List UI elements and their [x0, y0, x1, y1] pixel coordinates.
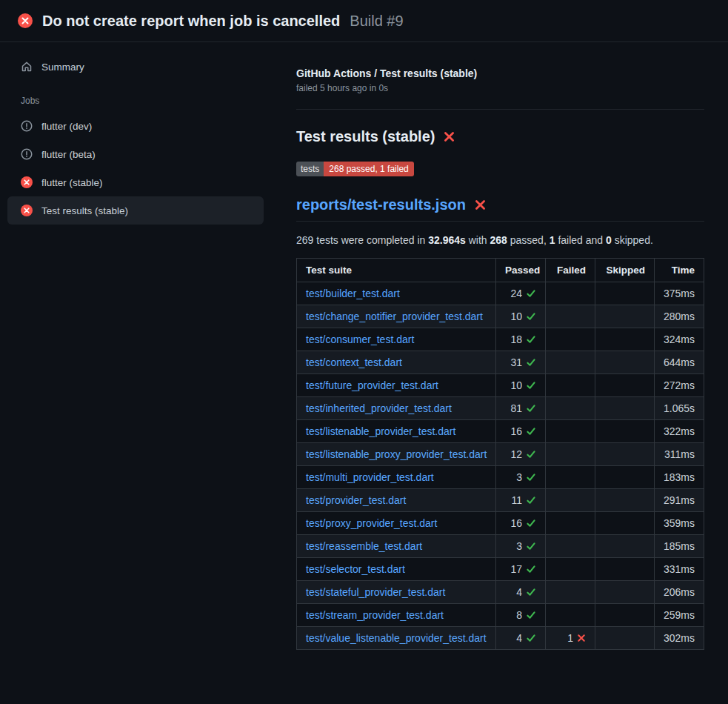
fail-cross-icon [577, 634, 586, 642]
suite-link[interactable]: test/context_test.dart [306, 356, 402, 368]
sidebar-item-flutter-dev[interactable]: flutter (dev) [7, 112, 264, 140]
check-icon [526, 288, 536, 299]
sidebar-item-summary[interactable]: Summary [7, 53, 264, 81]
skipped-cell [595, 282, 655, 305]
failed-cell [546, 351, 595, 374]
badge-value: 268 passed, 1 failed [324, 162, 413, 176]
check-icon [526, 587, 536, 597]
passed-cell: 8 [496, 604, 546, 627]
check-icon [526, 426, 536, 436]
skipped-cell [595, 512, 655, 535]
sidebar-item-flutter-stable[interactable]: flutter (stable) [7, 168, 264, 196]
check-icon [526, 495, 536, 505]
sidebar-item-test-results-stable[interactable]: Test results (stable) [7, 196, 264, 225]
passed-cell: 16 [496, 420, 546, 443]
suite-link[interactable]: test/stateful_provider_test.dart [306, 586, 445, 598]
section-title-text: Test results (stable) [296, 128, 435, 145]
failed-cell [546, 604, 595, 627]
passed-cell: 4 [496, 627, 546, 650]
sidebar-summary-label: Summary [41, 62, 84, 73]
suite-cell: test/stateful_provider_test.dart [297, 581, 496, 604]
failed-cell [546, 374, 595, 397]
suite-link[interactable]: test/reassemble_test.dart [306, 540, 422, 552]
neutral-status-icon [21, 120, 33, 132]
skipped-cell [595, 581, 655, 604]
passed-cell: 16 [496, 512, 546, 535]
suite-cell: test/value_listenable_provider_test.dart [297, 627, 496, 650]
passed-cell: 4 [496, 581, 546, 604]
suite-cell: test/selector_test.dart [297, 558, 496, 581]
passed-cell: 12 [496, 443, 546, 466]
main-content: GitHub Actions / Test results (stable) f… [296, 42, 728, 650]
table-row: test/provider_test.dart 11 291ms [297, 489, 704, 512]
build-header: Do not create report when job is cancell… [0, 0, 728, 42]
passed-cell: 17 [496, 558, 546, 581]
check-icon [526, 518, 536, 528]
build-failed-status-icon [18, 13, 33, 28]
skipped-cell [595, 466, 655, 489]
suite-link[interactable]: test/selector_test.dart [306, 563, 405, 575]
col-header-test-suite: Test suite [297, 259, 496, 282]
table-row: test/value_listenable_provider_test.dart… [297, 627, 704, 650]
suite-cell: test/consumer_test.dart [297, 328, 496, 351]
skipped-cell [595, 305, 655, 328]
suite-link[interactable]: test/provider_test.dart [306, 494, 406, 506]
table-row: test/consumer_test.dart 18 324ms [297, 328, 704, 351]
sidebar-item-flutter-beta[interactable]: flutter (beta) [7, 140, 264, 168]
divider [296, 109, 704, 110]
suite-link[interactable]: test/change_notifier_provider_test.dart [306, 311, 483, 322]
table-row: test/stream_provider_test.dart 8 259ms [297, 604, 704, 627]
table-row: test/inherited_provider_test.dart 81 1.0… [297, 397, 704, 420]
time-cell: 272ms [655, 374, 704, 397]
home-icon [21, 61, 33, 73]
suite-link[interactable]: test/proxy_provider_test.dart [306, 517, 437, 529]
skipped-cell [595, 397, 655, 420]
skipped-cell [595, 489, 655, 512]
suite-link[interactable]: test/inherited_provider_test.dart [306, 402, 452, 414]
summary-line: 269 tests were completed in 32.964s with… [296, 234, 704, 246]
suite-cell: test/multi_provider_test.dart [297, 466, 496, 489]
suite-link[interactable]: test/value_listenable_provider_test.dart [306, 632, 487, 644]
sidebar-job-label: Test results (stable) [41, 205, 128, 216]
time-cell: 331ms [655, 558, 704, 581]
table-row: test/change_notifier_provider_test.dart … [297, 305, 704, 328]
time-cell: 302ms [655, 627, 704, 650]
check-icon [526, 334, 536, 345]
check-icon [526, 472, 536, 482]
table-row: test/selector_test.dart 17 331ms [297, 558, 704, 581]
suite-link[interactable]: test/builder_test.dart [306, 288, 400, 299]
failed-cell: 1 [546, 627, 595, 650]
failed-cell [546, 535, 595, 558]
results-table: Test suite Passed Failed Skipped Time te… [296, 258, 704, 650]
suite-link[interactable]: test/listenable_provider_test.dart [306, 425, 455, 437]
results-table-body: test/builder_test.dart 24 375ms test/cha… [297, 282, 704, 650]
skipped-cell [595, 535, 655, 558]
passed-cell: 81 [496, 397, 546, 420]
suite-cell: test/builder_test.dart [297, 282, 496, 305]
time-cell: 359ms [655, 512, 704, 535]
suite-link[interactable]: test/multi_provider_test.dart [306, 471, 434, 483]
time-cell: 280ms [655, 305, 704, 328]
skipped-cell [595, 443, 655, 466]
suite-cell: test/proxy_provider_test.dart [297, 512, 496, 535]
time-cell: 311ms [655, 443, 704, 466]
suite-cell: test/reassemble_test.dart [297, 535, 496, 558]
summary-text: skipped. [612, 234, 653, 246]
suite-cell: test/provider_test.dart [297, 489, 496, 512]
table-row: test/builder_test.dart 24 375ms [297, 282, 704, 305]
suite-link[interactable]: test/listenable_proxy_provider_test.dart [306, 448, 487, 460]
check-icon [526, 541, 536, 551]
suite-link[interactable]: test/stream_provider_test.dart [306, 609, 444, 621]
time-cell: 375ms [655, 282, 704, 305]
report-link[interactable]: reports/test-results.json [296, 196, 466, 213]
suite-link[interactable]: test/consumer_test.dart [306, 333, 414, 345]
time-cell: 322ms [655, 420, 704, 443]
time-cell: 644ms [655, 351, 704, 374]
failed-cell [546, 581, 595, 604]
summary-value: 268 [490, 234, 507, 246]
failed-cell [546, 466, 595, 489]
time-cell: 185ms [655, 535, 704, 558]
passed-cell: 11 [496, 489, 546, 512]
suite-link[interactable]: test/future_provider_test.dart [306, 379, 438, 391]
table-row: test/context_test.dart 31 644ms [297, 351, 704, 374]
